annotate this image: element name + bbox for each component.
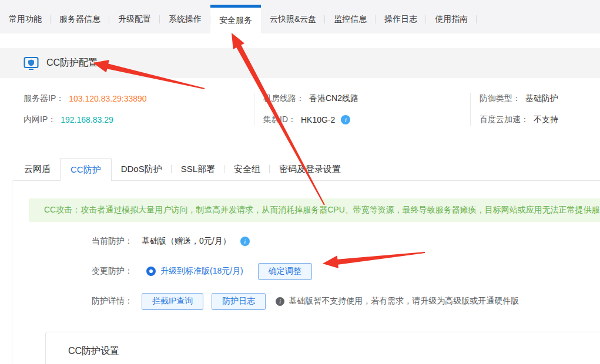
cc-protection-settings-box: CC防护设置 (45, 332, 600, 364)
intercept-ip-query-button[interactable]: 拦截IP查询 (142, 293, 203, 310)
nav-tab-monitoring-info[interactable]: 监控信息 (325, 5, 376, 33)
confirm-adjust-button[interactable]: 确定调整 (258, 263, 312, 280)
datacenter-line-label: 机房线路： (263, 93, 304, 104)
tab-ssl-deploy[interactable]: SSL部署 (172, 158, 224, 180)
baidu-cdn-label: 百度云加速： (480, 114, 529, 125)
cc-protection-panel: CC攻击：攻击者通过模拟大量用户访问，制造高并发请求，从而消耗掉服务器CPU、带… (12, 180, 600, 364)
basic-version-note: 基础版暂不支持使用，若有需求，请升级为高级版或开通硬件版 (289, 296, 519, 306)
nav-tab-cloud-snapshot-disk[interactable]: 云快照&云盘 (261, 5, 325, 33)
nav-tab-security-services[interactable]: 安全服务 (210, 5, 261, 33)
server-info-section: 服务器IP： 103.120.83.29:33890 内网IP： 192.168… (0, 78, 600, 139)
nav-tab-user-guide[interactable]: 使用指南 (426, 5, 477, 33)
current-protection-label: 当前防护： (92, 236, 142, 247)
tab-password-login-settings[interactable]: 密码及登录设置 (270, 158, 350, 180)
server-info-col-3: 防御类型： 基础防护 百度云加速： 不支持 (470, 93, 558, 126)
server-ip-label: 服务器IP： (24, 93, 64, 104)
monitor-shield-icon (24, 56, 39, 70)
nav-tab-server-info[interactable]: 服务器信息 (51, 5, 109, 33)
security-subtabs: 云网盾 CC防护 DDoS防护 SSL部署 安全组 密码及登录设置 (15, 158, 600, 180)
tab-cloud-shield[interactable]: 云网盾 (15, 158, 60, 180)
cc-attack-banner: CC攻击：攻击者通过模拟大量用户访问，制造高并发请求，从而消耗掉服务器CPU、带… (29, 198, 600, 222)
server-info-col-2: 机房线路： 香港CN2线路 集群ID： HK10G-2 i (254, 93, 470, 126)
nav-tab-operation-logs[interactable]: 操作日志 (376, 5, 426, 33)
page-title: CC防护配置 (46, 57, 98, 69)
cluster-id-label: 集群ID： (263, 114, 296, 125)
cc-protection-settings-title: CC防护设置 (46, 332, 600, 364)
datacenter-line-value: 香港CN2线路 (309, 93, 358, 104)
change-protection-row: 变更防护： 升级到标准版(18元/月) 确定调整 (92, 262, 600, 280)
defense-type-label: 防御类型： (480, 93, 521, 104)
cluster-id-value: HK10G-2 (301, 115, 335, 124)
cc-protection-form: 当前防护： 基础版（赠送，0元/月） i 变更防护： 升级到标准版(18元/月)… (92, 232, 600, 310)
top-navigation: 常用功能 服务器信息 升级配置 系统操作 安全服务 云快照&云盘 监控信息 操作… (0, 0, 600, 33)
tab-ddos-protection[interactable]: DDoS防护 (112, 158, 172, 180)
current-protection-value: 基础版（赠送，0元/月） (142, 236, 231, 247)
nav-tab-system-operations[interactable]: 系统操作 (160, 5, 210, 33)
upgrade-standard-option-label[interactable]: 升级到标准版(18元/月) (160, 266, 243, 277)
server-ip-value: 103.120.83.29:33890 (69, 94, 146, 103)
cluster-id-info-icon[interactable]: i (341, 115, 350, 124)
baidu-cdn-value: 不支持 (534, 114, 558, 125)
defense-type-value: 基础防护 (525, 93, 558, 104)
tab-cc-protection[interactable]: CC防护 (60, 158, 112, 181)
current-protection-info-icon[interactable]: i (240, 237, 250, 246)
protection-details-row: 防护详情： 拦截IP查询 防护日志 i 基础版暂不支持使用，若有需求，请升级为高… (92, 292, 600, 310)
page-header: CC防护配置 (0, 48, 600, 78)
protection-details-label: 防护详情： (92, 296, 142, 306)
server-info-col-1: 服务器IP： 103.120.83.29:33890 内网IP： 192.168… (0, 93, 254, 126)
intranet-ip-value: 192.168.83.29 (61, 115, 113, 124)
tab-security-group[interactable]: 安全组 (224, 158, 270, 180)
nav-tab-upgrade-config[interactable]: 升级配置 (109, 5, 160, 33)
protection-log-button[interactable]: 防护日志 (212, 293, 266, 310)
upgrade-standard-radio[interactable] (146, 267, 156, 276)
note-info-icon: i (276, 297, 284, 306)
change-protection-label: 变更防护： (92, 266, 142, 277)
nav-tab-common-functions[interactable]: 常用功能 (0, 5, 51, 33)
current-protection-row: 当前防护： 基础版（赠送，0元/月） i (92, 232, 600, 250)
intranet-ip-label: 内网IP： (24, 114, 56, 125)
